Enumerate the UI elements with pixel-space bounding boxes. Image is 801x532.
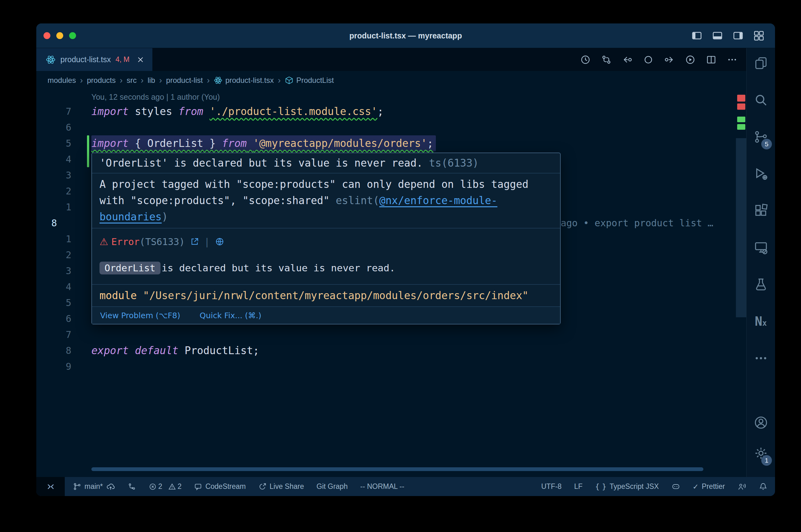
zoom-window-button[interactable] xyxy=(69,32,76,39)
editor-toolbar xyxy=(580,48,746,71)
encoding-item[interactable]: UTF-8 xyxy=(541,482,562,491)
tab-product-list[interactable]: product-list.tsx 4, M xyxy=(36,48,152,71)
line-number: 5 xyxy=(36,135,83,151)
close-tab-icon[interactable] xyxy=(137,56,144,63)
extensions-icon[interactable] xyxy=(747,200,775,222)
run-debug-icon[interactable] xyxy=(747,163,775,185)
error-detail-section: ⚠ Error (TS6133) | Order xyxy=(92,228,560,284)
nx-console-icon[interactable]: Nx xyxy=(747,310,775,332)
additional-views-icon[interactable] xyxy=(747,347,775,369)
toggle-sidebar-icon[interactable] xyxy=(691,30,703,41)
code-editor[interactable]: You, 12 seconds ago | 1 author (You) 7 6… xyxy=(36,90,746,477)
vscode-window: product-list.tsx — myreactapp xyxy=(36,23,775,496)
minimize-window-button[interactable] xyxy=(56,32,63,39)
chevron-separator: › xyxy=(278,76,281,85)
traffic-lights xyxy=(36,32,76,39)
toggle-panel-icon[interactable] xyxy=(712,30,723,41)
line-number: 8 xyxy=(36,343,83,359)
breadcrumb-lib[interactable]: lib xyxy=(148,76,155,85)
eol-item[interactable]: LF xyxy=(574,482,583,491)
horizontal-scrollbar[interactable] xyxy=(91,467,703,471)
line-number: 4 xyxy=(36,279,83,295)
more-actions-icon[interactable] xyxy=(727,54,738,65)
toggle-secondary-sidebar-icon[interactable] xyxy=(732,30,744,41)
account-icon[interactable] xyxy=(747,411,775,434)
error-severity: Error xyxy=(111,236,140,247)
git-blame-codelens[interactable]: You, 12 seconds ago | 1 author (You) xyxy=(91,90,220,103)
language-mode-item[interactable]: { } TypeScript JSX xyxy=(595,482,659,491)
open-external-icon[interactable] xyxy=(190,237,199,246)
braces-icon: { } xyxy=(595,482,607,491)
settings-gear-icon[interactable]: 1 xyxy=(747,442,775,464)
compare-changes-icon[interactable] xyxy=(601,54,612,65)
line-number: 6 xyxy=(36,311,83,327)
git-compare-item[interactable] xyxy=(128,482,136,491)
run-file-icon[interactable] xyxy=(685,54,695,65)
code-line-import-orders[interactable]: import { OrderList } from '@myreactapp/m… xyxy=(91,135,734,151)
feedback-icon[interactable] xyxy=(738,482,746,491)
line-number: 1 xyxy=(36,199,83,215)
problems-item[interactable]: 2 2 xyxy=(149,482,182,491)
code-line-export[interactable]: export default ProductList; xyxy=(91,343,734,359)
chevron-separator: › xyxy=(159,76,162,85)
comment-bubble-icon xyxy=(194,482,202,491)
quick-fix-link[interactable]: Quick Fix... (⌘.) xyxy=(200,311,261,320)
code-line-import-styles[interactable]: import styles from './product-list.modul… xyxy=(91,103,734,119)
globe-icon[interactable] xyxy=(215,237,224,246)
react-file-icon xyxy=(214,76,222,85)
view-problem-link[interactable]: View Problem (⌥F8) xyxy=(100,311,180,320)
breadcrumb-src[interactable]: src xyxy=(127,76,137,85)
remote-indicator[interactable] xyxy=(36,477,65,496)
diagnostic-eslint-message: A project tagged with "scope:products" c… xyxy=(92,173,560,228)
git-branch-icon xyxy=(73,482,81,491)
copilot-icon[interactable] xyxy=(672,482,680,491)
breadcrumb-symbol[interactable]: ProductList xyxy=(285,76,334,85)
warning-triangle-icon: ⚠ xyxy=(99,236,108,247)
explorer-icon[interactable] xyxy=(747,52,775,74)
source-control-icon[interactable]: 5 xyxy=(747,126,775,148)
vim-mode-indicator[interactable]: -- NORMAL -- xyxy=(360,482,404,491)
react-file-icon xyxy=(46,55,56,65)
warning-count-icon xyxy=(168,482,176,491)
code-line-empty[interactable] xyxy=(91,327,734,343)
diagnostics-hover-popup: 'OrderList' is declared but its value is… xyxy=(91,153,561,324)
notifications-bell-icon[interactable] xyxy=(759,482,767,491)
remote-explorer-icon[interactable] xyxy=(747,236,775,259)
close-window-button[interactable] xyxy=(43,32,50,39)
customize-layout-icon[interactable] xyxy=(753,30,764,41)
titlebar: product-list.tsx — myreactapp xyxy=(36,23,775,48)
codestream-item[interactable]: CodeStream xyxy=(194,482,245,491)
tab-problems-badge: 4, M xyxy=(115,55,129,64)
symbol-cube-icon xyxy=(285,76,293,85)
code-line-empty[interactable] xyxy=(91,119,734,135)
breadcrumb-products[interactable]: products xyxy=(87,76,116,85)
share-icon xyxy=(258,482,267,491)
prettier-item[interactable]: ✓ Prettier xyxy=(693,482,725,491)
navigate-forward-icon[interactable] xyxy=(664,54,675,65)
activity-bar: 5 Nx xyxy=(746,48,775,477)
line-number: 9 xyxy=(36,359,83,375)
module-path-section: module "/Users/juri/nrwl/content/myreact… xyxy=(92,284,560,306)
code-line-empty[interactable] xyxy=(91,359,734,375)
circle-outline-icon[interactable] xyxy=(643,54,654,65)
line-number: 1 xyxy=(36,231,83,247)
split-editor-icon[interactable] xyxy=(706,54,716,65)
git-branch-item[interactable]: main* xyxy=(73,482,115,491)
testing-beaker-icon[interactable] xyxy=(747,273,775,296)
live-share-item[interactable]: Live Share xyxy=(258,482,304,491)
breadcrumb-modules[interactable]: modules xyxy=(48,76,76,85)
symbol-chip: OrderList xyxy=(99,262,161,274)
navigate-back-icon[interactable] xyxy=(622,54,633,65)
vertical-scrollbar[interactable] xyxy=(736,138,746,317)
git-graph-item[interactable]: Git Graph xyxy=(317,482,348,491)
search-icon[interactable] xyxy=(747,89,775,111)
chevron-separator: › xyxy=(207,76,210,85)
timeline-history-icon[interactable] xyxy=(580,54,591,65)
breadcrumb-product-list[interactable]: product-list xyxy=(166,76,203,85)
line-number: 5 xyxy=(36,295,83,311)
breadcrumb-file[interactable]: product-list.tsx xyxy=(214,76,274,85)
error-marker xyxy=(737,95,745,101)
line-number: 2 xyxy=(36,183,83,199)
cloud-upload-icon xyxy=(106,482,115,491)
line-number: 3 xyxy=(36,167,83,183)
